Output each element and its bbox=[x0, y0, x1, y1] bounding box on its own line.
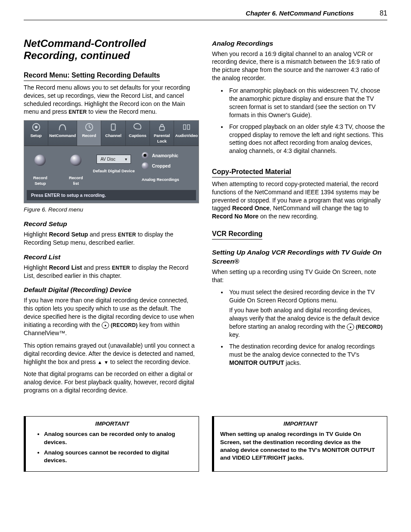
analog-recordings-p: When you record a 16:9 digital channel t… bbox=[212, 50, 387, 83]
svg-rect-5 bbox=[183, 125, 186, 130]
important-right-text: When setting up analog recordings in TV … bbox=[220, 430, 381, 462]
default-device-p3: Note that digital programs can be record… bbox=[24, 370, 199, 395]
important-box-right: IMPORTANT When setting up analog recordi… bbox=[212, 416, 387, 472]
record-list-paragraph: Highlight Record List and press ENTER to… bbox=[24, 264, 199, 280]
copy-protected-paragraph: When attempting to record copy-protected… bbox=[212, 180, 387, 221]
radio-anamorphic: Anamorphic bbox=[142, 152, 195, 159]
vcr-paragraph: When setting up a recording using TV Gui… bbox=[212, 268, 387, 284]
right-column: Analog Recordings When you record a 16:9… bbox=[212, 37, 387, 399]
up-arrow-icon bbox=[97, 358, 102, 365]
important-title: IMPORTANT bbox=[32, 420, 193, 428]
page-title: NetCommand-Controlled Recording, continu… bbox=[24, 37, 199, 62]
subhead-default-device: Default Digital (Recording) Device bbox=[24, 286, 199, 295]
tab-parental-lock: Parental Lock bbox=[150, 121, 174, 146]
tab-audiovideo: AudioVideo bbox=[174, 121, 199, 146]
radio-cropped: Cropped bbox=[142, 162, 195, 169]
record-menu-paragraph: The Record menu allows you to set defaul… bbox=[24, 84, 199, 116]
figure-caption: Figure 6. Record menu bbox=[24, 206, 199, 214]
record-setup-paragraph: Highlight Record Setup and press ENTER t… bbox=[24, 230, 199, 247]
important-row: IMPORTANT Analog sources can be recorded… bbox=[24, 416, 387, 472]
list-item: Analog sources cannot be recorded to dig… bbox=[44, 449, 193, 464]
svg-rect-3 bbox=[111, 124, 115, 131]
tab-record: Record bbox=[77, 121, 101, 146]
record-menu-screenshot: Setup NetCommand Record Channel Captions… bbox=[24, 120, 199, 203]
subhead-vcr-setup: Setting Up Analog VCR Recordings with TV… bbox=[212, 248, 387, 266]
subhead-record-list: Record List bbox=[24, 253, 199, 262]
content-columns: NetCommand-Controlled Recording, continu… bbox=[24, 37, 387, 399]
menu-left-group: Record Setup Record list bbox=[28, 152, 86, 187]
list-item: For cropped playback on an older style 4… bbox=[227, 123, 387, 156]
tab-captions: Captions bbox=[126, 121, 150, 146]
svg-point-1 bbox=[34, 126, 37, 128]
section-vcr-recording: VCR Recording bbox=[212, 229, 262, 240]
svg-rect-4 bbox=[159, 127, 164, 130]
default-device-p1: If you have more than one digital record… bbox=[24, 296, 199, 337]
left-column: NetCommand-Controlled Recording, continu… bbox=[24, 37, 199, 399]
vcr-subnote: If you have both analog and digital reco… bbox=[229, 306, 387, 339]
list-item: You must select the desired recording de… bbox=[227, 288, 387, 339]
default-device-p2: This option remains grayed out (unavaila… bbox=[24, 342, 199, 366]
record-key-icon bbox=[102, 322, 109, 329]
page-header: Chapter 6. NetCommand Functions 81 bbox=[24, 9, 387, 20]
subhead-record-setup: Record Setup bbox=[24, 220, 199, 229]
important-title: IMPORTANT bbox=[220, 420, 381, 428]
menu-record-setup: Record Setup bbox=[28, 155, 53, 187]
menu-tabs: Setup NetCommand Record Channel Captions… bbox=[24, 121, 199, 146]
section-copy-protected: Copy-Protected Material bbox=[212, 167, 291, 177]
menu-body: Record Setup Record list AV Disc▾ Defaul… bbox=[24, 146, 199, 190]
section-record-menu: Record Menu: Setting Recording Defaults bbox=[24, 71, 160, 81]
vcr-bullets: You must select the desired recording de… bbox=[212, 288, 387, 367]
chapter-title: Chapter 6. NetCommand Functions bbox=[246, 9, 354, 18]
menu-record-list: Record list bbox=[66, 155, 86, 187]
list-item: Analog sources can be recorded only to a… bbox=[44, 430, 193, 446]
down-arrow-icon bbox=[104, 358, 109, 365]
list-item: For anamorphic playback on this widescre… bbox=[227, 87, 387, 119]
menu-analog-recordings: Anamorphic Cropped Analog Recordings bbox=[142, 152, 195, 187]
svg-rect-6 bbox=[187, 125, 190, 130]
tab-netcommand: NetCommand bbox=[48, 121, 77, 146]
enter-key: ENTER bbox=[68, 109, 87, 115]
record-key-icon bbox=[347, 324, 354, 330]
list-item: The destination recording device for ana… bbox=[227, 342, 387, 367]
menu-footer: Press ENTER to setup a recording. bbox=[27, 190, 196, 200]
important-box-left: IMPORTANT Analog sources can be recorded… bbox=[24, 416, 199, 472]
default-device-dropdown: AV Disc▾ bbox=[97, 155, 131, 164]
menu-default-device: AV Disc▾ Default Digital Device bbox=[90, 152, 138, 187]
tab-channel: Channel bbox=[101, 121, 125, 146]
page-number: 81 bbox=[380, 9, 387, 18]
analog-recordings-bullets: For anamorphic playback on this widescre… bbox=[212, 87, 387, 155]
subhead-analog-recordings: Analog Recordings bbox=[212, 39, 387, 48]
tab-setup: Setup bbox=[24, 121, 48, 146]
